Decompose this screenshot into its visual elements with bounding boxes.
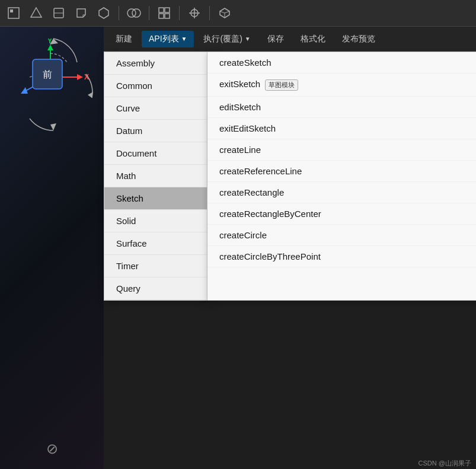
- save-button[interactable]: 保存: [260, 31, 291, 47]
- method-createLine[interactable]: createLine: [207, 139, 476, 161]
- toolbar-divider-1: [119, 6, 119, 20]
- svg-line-19: [225, 11, 229, 13]
- method-createReferenceLine[interactable]: createReferenceLine: [207, 161, 476, 182]
- toolbar-icon-6[interactable]: [125, 4, 143, 22]
- svg-rect-11: [165, 8, 170, 12]
- svg-marker-33: [50, 123, 56, 130]
- method-createCircleByThreePoint[interactable]: createCircleByThreePoint: [207, 246, 476, 267]
- svg-marker-2: [31, 8, 41, 17]
- svg-point-8: [127, 9, 136, 17]
- method-exitEditSketch[interactable]: exitEditSketch: [207, 118, 476, 139]
- category-item-surface[interactable]: Surface: [104, 232, 207, 255]
- method-exitSketch-label: exitSketch: [219, 79, 260, 89]
- api-dropdown: Assembly Common Curve Datum Document Mat…: [104, 52, 476, 301]
- api-list-button[interactable]: API列表 ▼: [142, 31, 194, 47]
- methods-list: createSketch exitSketch 草图模块 editSketch …: [207, 52, 476, 301]
- format-button[interactable]: 格式化: [293, 31, 333, 47]
- category-item-query[interactable]: Query: [104, 277, 207, 300]
- category-item-common[interactable]: Common: [104, 75, 207, 97]
- rotation-arrows: [0, 27, 104, 205]
- run-dropdown-arrow: ▼: [245, 36, 251, 42]
- method-editSketch[interactable]: editSketch: [207, 97, 476, 118]
- toolbar-icon-9[interactable]: [216, 4, 234, 22]
- no-entry-icon: ⊘: [46, 441, 58, 457]
- menu-bar: 新建 API列表 ▼ 执行(覆盖) ▼ 保存 格式化 发布预览: [104, 27, 476, 52]
- main-toolbar: [0, 0, 476, 27]
- publish-button[interactable]: 发布预览: [335, 31, 382, 47]
- svg-rect-1: [10, 9, 13, 12]
- toolbar-divider-3: [179, 6, 180, 20]
- toolbar-divider-4: [209, 6, 210, 20]
- svg-marker-7: [99, 8, 108, 18]
- category-item-timer[interactable]: Timer: [104, 255, 207, 277]
- category-item-math[interactable]: Math: [104, 165, 207, 187]
- svg-rect-10: [159, 8, 164, 12]
- toolbar-divider-2: [149, 6, 149, 20]
- editor-area: 新建 API列表 ▼ 执行(覆盖) ▼ 保存 格式化 发布预览 Assembly…: [104, 27, 476, 469]
- svg-point-9: [132, 9, 140, 17]
- main-area: Y X 前: [0, 27, 476, 469]
- method-exitSketch[interactable]: exitSketch 草图模块: [207, 74, 476, 97]
- toolbar-icon-8[interactable]: [186, 4, 203, 22]
- sketch-badge: 草图模块: [265, 79, 298, 91]
- svg-rect-0: [8, 8, 19, 18]
- api-label: API列表: [149, 34, 179, 44]
- new-button[interactable]: 新建: [108, 31, 139, 47]
- toolbar-icon-5[interactable]: [95, 4, 113, 22]
- run-label: 执行(覆盖): [203, 34, 242, 44]
- api-dropdown-arrow: ▼: [181, 36, 187, 42]
- category-item-sketch[interactable]: Sketch: [104, 187, 207, 210]
- method-createSketch[interactable]: createSketch: [207, 52, 476, 74]
- toolbar-icon-3[interactable]: [50, 4, 68, 22]
- method-createRectangle[interactable]: createRectangle: [207, 182, 476, 203]
- svg-line-18: [220, 11, 225, 13]
- toolbar-icon-4[interactable]: [72, 4, 90, 22]
- svg-rect-12: [159, 14, 164, 18]
- watermark: CSDN @山润果子: [414, 458, 476, 469]
- run-button[interactable]: 执行(覆盖) ▼: [196, 31, 257, 47]
- svg-rect-13: [165, 14, 170, 18]
- category-item-curve[interactable]: Curve: [104, 97, 207, 120]
- category-item-document[interactable]: Document: [104, 142, 207, 165]
- category-item-solid[interactable]: Solid: [104, 210, 207, 232]
- category-list: Assembly Common Curve Datum Document Mat…: [104, 52, 207, 301]
- 3d-viewport[interactable]: Y X 前: [0, 27, 104, 469]
- category-item-datum[interactable]: Datum: [104, 120, 207, 142]
- toolbar-icon-7[interactable]: [155, 4, 173, 22]
- category-item-assembly[interactable]: Assembly: [104, 52, 207, 75]
- toolbar-icon-1[interactable]: [5, 4, 23, 22]
- method-createCircle[interactable]: createCircle: [207, 225, 476, 246]
- method-createRectangleByCenter[interactable]: createRectangleByCenter: [207, 203, 476, 225]
- toolbar-icon-2[interactable]: [27, 4, 45, 22]
